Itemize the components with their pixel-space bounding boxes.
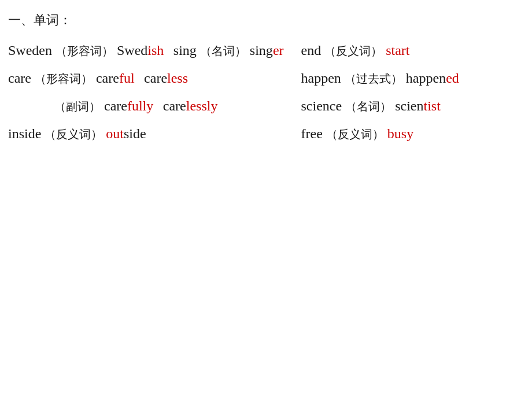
derived-carelessly: carelessly bbox=[163, 98, 218, 114]
derived-carefully: carefully bbox=[104, 98, 153, 114]
vocab-row-1-left: Sweden （形容词） Swedish sing （名词） singer bbox=[8, 39, 290, 67]
vocab-row-3-left: （副词） carefully carelessly bbox=[8, 95, 290, 123]
vocab-row-4-left: inside （反义词） outside bbox=[8, 123, 290, 150]
derived-start: start bbox=[386, 43, 409, 58]
word-free: free bbox=[301, 126, 323, 142]
vocab-row-2-right: happen （过去式） happened bbox=[290, 67, 524, 95]
label-antonym-free: （反义词） bbox=[326, 127, 384, 142]
derived-scientist: scientist bbox=[395, 98, 441, 114]
label-adjective-care: （形容词） bbox=[35, 71, 93, 87]
vocab-row-4-right: free （反义词） busy bbox=[290, 123, 524, 150]
word-sing: sing bbox=[173, 43, 197, 58]
label-past-happen: （过去式） bbox=[345, 71, 402, 87]
word-care: care bbox=[8, 71, 31, 86]
derived-careful: careful bbox=[96, 71, 135, 86]
derived-happened: happened bbox=[406, 71, 459, 86]
vocab-row-2-left: care （形容词） careful careless bbox=[8, 67, 290, 95]
word-sweden: Sweden bbox=[8, 43, 52, 58]
derived-careless: careless bbox=[144, 71, 188, 86]
vocab-row-1-right: end （反义词） start bbox=[290, 39, 524, 67]
word-inside: inside bbox=[8, 126, 41, 142]
word-science: science bbox=[301, 98, 342, 114]
vocab-row-3-right: science （名词） scientist bbox=[290, 95, 524, 123]
word-end: end bbox=[301, 43, 322, 58]
derived-singer: singer bbox=[250, 43, 284, 58]
word-happen: happen bbox=[301, 71, 341, 86]
label-antonym-inside: （反义词） bbox=[45, 127, 102, 142]
label-antonym-end: （反义词） bbox=[324, 43, 382, 59]
label-adjective-1: （形容词） bbox=[56, 43, 113, 59]
derived-swedish: Swedish bbox=[117, 43, 164, 58]
label-adverb: （副词） bbox=[54, 99, 101, 114]
vocab-grid: Sweden （形容词） Swedish sing （名词） singer en… bbox=[8, 39, 524, 150]
section-title: 一、单词： bbox=[8, 12, 524, 29]
label-noun-science: （名词） bbox=[345, 99, 391, 114]
derived-busy: busy bbox=[387, 126, 413, 142]
label-noun-sing: （名词） bbox=[200, 43, 246, 59]
derived-outside: outside bbox=[106, 126, 146, 142]
